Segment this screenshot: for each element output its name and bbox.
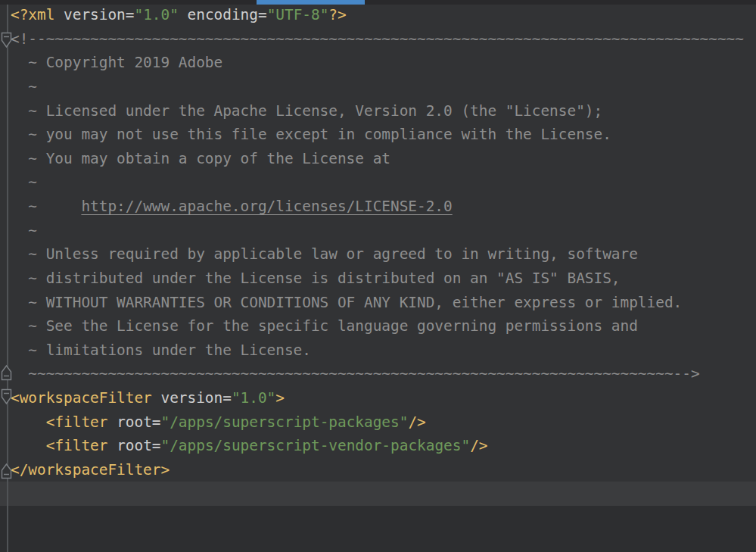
active-tab-indicator[interactable] (257, 0, 365, 5)
code-line[interactable]: <filter root="/apps/superscript-packages… (0, 410, 756, 435)
code-line[interactable]: ~ Copyright 2019 Adobe (0, 51, 756, 75)
code-line[interactable]: ~ you may not use this file except in co… (0, 123, 756, 147)
code-token-str: "/apps/superscript-packages" (161, 413, 409, 431)
code-line[interactable]: ~ WITHOUT WARRANTIES OR CONDITIONS OF AN… (0, 291, 756, 315)
tab-bar (0, 0, 756, 5)
code-token-plain (11, 437, 46, 454)
code-lines[interactable]: <?xml version="1.0" encoding="UTF-8"?><!… (0, 3, 756, 482)
code-line[interactable]: ~ Unless required by applicable law or a… (0, 242, 756, 267)
code-line[interactable]: <filter root="/apps/superscript-vendor-p… (0, 434, 756, 458)
fold-end-icon[interactable] (1, 364, 12, 381)
code-token-plain (107, 413, 117, 431)
code-token-comment: ~ You may obtain a copy of the License a… (11, 150, 390, 167)
code-token-tag: <workspaceFilter (11, 389, 152, 407)
code-line[interactable]: </workspaceFilter> (0, 458, 756, 482)
code-line[interactable]: <!--~~~~~~~~~~~~~~~~~~~~~~~~~~~~~~~~~~~~… (0, 27, 756, 51)
code-line[interactable]: ~ (0, 219, 756, 243)
fold-collapse-icon[interactable] (1, 32, 12, 48)
fold-collapse-icon[interactable] (1, 388, 12, 405)
caret-line-highlight (0, 482, 756, 506)
code-token-comment: ~ (11, 222, 37, 239)
code-token-comment: ~ See the License for the specific langu… (11, 317, 638, 335)
code-token-plain (179, 6, 188, 23)
code-line[interactable]: ~ Licensed under the Apache License, Ver… (0, 99, 756, 123)
code-token-tag: /> (408, 413, 425, 431)
ide-editor-window: <?xml version="1.0" encoding="UTF-8"?><!… (0, 0, 756, 552)
code-token-attr: = (152, 413, 161, 431)
code-token-attr: = (126, 6, 135, 23)
code-token-comment: ~ Unless required by applicable law or a… (11, 245, 638, 263)
code-line[interactable]: ~ You may obtain a copy of the License a… (0, 147, 756, 171)
code-token-attr: encoding (188, 6, 258, 23)
code-token-comment: ~ (11, 173, 37, 191)
code-token-tag: <filter (46, 413, 108, 431)
code-token-attr: version (64, 6, 126, 23)
code-token-comment: ~ Copyright 2019 Adobe (11, 54, 222, 71)
code-line[interactable]: ~ limitations under the License. (0, 338, 756, 363)
code-token-comment: ~ limitations under the License. (11, 341, 311, 359)
code-token-comment: ~~~~~~~~~~~~~~~~~~~~~~~~~~~~~~~~~~~~~~~~… (11, 365, 700, 382)
editor-bottom-area (0, 506, 756, 552)
code-token-tag: <filter (46, 437, 108, 454)
code-token-attr: root (117, 437, 152, 454)
code-token-attr: = (258, 6, 267, 23)
code-line[interactable]: ~ distributed under the License is distr… (0, 267, 756, 291)
code-token-comment: <!--~~~~~~~~~~~~~~~~~~~~~~~~~~~~~~~~~~~~… (11, 30, 744, 48)
code-token-tag: </workspaceFilter> (11, 461, 170, 479)
fold-end-icon[interactable] (1, 463, 12, 479)
code-line[interactable]: ~ See the License for the specific langu… (0, 314, 756, 338)
code-token-str: "/apps/superscript-vendor-packages" (161, 437, 471, 454)
code-line[interactable]: ~ (0, 75, 756, 99)
code-token-plain (107, 437, 117, 454)
code-token-tag: <?xml (11, 6, 64, 23)
license-url-link[interactable]: http://www.apache.org/licenses/LICENSE-2… (81, 198, 452, 215)
code-line[interactable]: ~~~~~~~~~~~~~~~~~~~~~~~~~~~~~~~~~~~~~~~~… (0, 362, 756, 386)
code-token-comment: ~ distributed under the License is distr… (11, 270, 621, 287)
code-token-tag: /> (470, 437, 487, 454)
code-token-attr: version (160, 389, 222, 407)
code-line[interactable]: <workspaceFilter version="1.0"> (0, 386, 756, 410)
code-token-attr: = (152, 437, 161, 454)
code-token-str: "1.0" (232, 389, 275, 407)
code-token-comment: ~ (11, 198, 81, 215)
code-token-comment: ~ (11, 78, 37, 95)
code-token-tag: > (275, 389, 285, 407)
code-token-str: "UTF-8" (267, 6, 329, 23)
code-token-plain (11, 413, 46, 431)
code-token-tag: ?> (328, 6, 346, 23)
code-token-attr: root (117, 413, 152, 431)
code-token-plain (152, 389, 161, 407)
code-line[interactable]: <?xml version="1.0" encoding="UTF-8"?> (0, 3, 756, 27)
code-token-comment: ~ Licensed under the Apache License, Ver… (11, 102, 602, 120)
code-token-comment: ~ WITHOUT WARRANTIES OR CONDITIONS OF AN… (11, 294, 682, 311)
code-token-str: "1.0" (134, 6, 178, 23)
code-token-comment: ~ you may not use this file except in co… (11, 126, 611, 143)
code-line[interactable]: ~ http://www.apache.org/licenses/LICENSE… (0, 195, 756, 219)
code-line[interactable]: ~ (0, 170, 756, 195)
code-token-attr: = (222, 389, 232, 407)
